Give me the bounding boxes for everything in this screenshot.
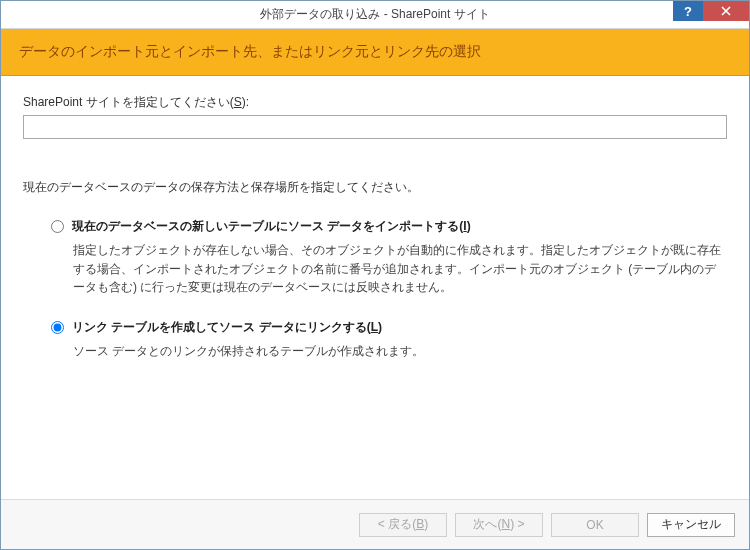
next-button[interactable]: 次へ(N) >	[455, 513, 543, 537]
option-link-label: リンク テーブルを作成してソース データにリンクする(L)	[72, 319, 382, 336]
storage-instruction: 現在のデータベースのデータの保存方法と保存場所を指定してください。	[23, 179, 727, 196]
window-title: 外部データの取り込み - SharePoint サイト	[1, 6, 749, 23]
wizard-heading: データのインポート元とインポート先、またはリンク元とリンク先の選択	[19, 43, 481, 59]
cancel-button[interactable]: キャンセル	[647, 513, 735, 537]
dialog-window: 外部データの取り込み - SharePoint サイト ? データのインポート元…	[0, 0, 750, 550]
option-import-radio[interactable]	[51, 220, 64, 233]
option-import-row[interactable]: 現在のデータベースの新しいテーブルにソース データをインポートする(I)	[51, 218, 727, 235]
option-link-desc: ソース データとのリンクが保持されるテーブルが作成されます。	[73, 342, 727, 361]
site-address-input[interactable]	[23, 115, 727, 139]
titlebar: 外部データの取り込み - SharePoint サイト ?	[1, 1, 749, 29]
back-button[interactable]: < 戻る(B)	[359, 513, 447, 537]
help-button[interactable]: ?	[673, 1, 703, 21]
content-area: SharePoint サイトを指定してください(S): 現在のデータベースのデー…	[1, 76, 749, 499]
option-link: リンク テーブルを作成してソース データにリンクする(L) ソース データとのリ…	[51, 319, 727, 361]
option-import-label: 現在のデータベースの新しいテーブルにソース データをインポートする(I)	[72, 218, 471, 235]
option-import: 現在のデータベースの新しいテーブルにソース データをインポートする(I) 指定し…	[51, 218, 727, 297]
option-import-desc: 指定したオブジェクトが存在しない場合、そのオブジェクトが自動的に作成されます。指…	[73, 241, 727, 297]
titlebar-controls: ?	[673, 1, 749, 29]
site-address-label: SharePoint サイトを指定してください(S):	[23, 94, 727, 111]
close-button[interactable]	[703, 1, 749, 21]
ok-button[interactable]: OK	[551, 513, 639, 537]
wizard-banner: データのインポート元とインポート先、またはリンク元とリンク先の選択	[1, 29, 749, 76]
footer: < 戻る(B) 次へ(N) > OK キャンセル	[1, 499, 749, 549]
option-link-row[interactable]: リンク テーブルを作成してソース データにリンクする(L)	[51, 319, 727, 336]
option-link-radio[interactable]	[51, 321, 64, 334]
close-icon	[721, 6, 731, 16]
